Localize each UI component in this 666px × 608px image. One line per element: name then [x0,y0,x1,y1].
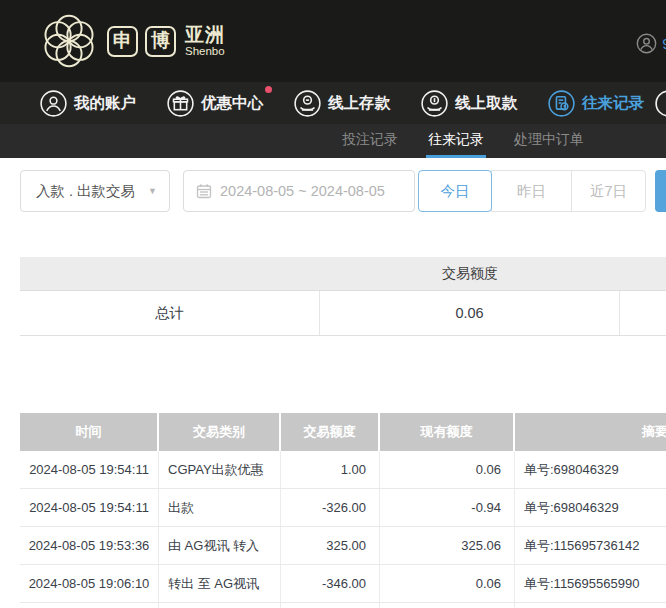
column-header-时间: 时间 [20,413,159,451]
nav-item-deposit[interactable]: 线上存款 [294,90,390,117]
quick-button-今日[interactable]: 今日 [418,170,492,212]
table-cell: 2024-08-05 19:53:36 [20,527,159,564]
brand-logo[interactable]: 申 博 亚洲 Shenbo [38,9,225,73]
sub-tab-bar: 投注记录往来记录处理中订单 [0,124,666,158]
summary-total-label: 总计 [20,291,320,335]
lotus-flower-icon [38,10,100,72]
table-header-row: 时间交易类别交易额度现有额度摘要 [20,413,666,451]
transactions-table: 时间交易类别交易额度现有额度摘要 2024-08-05 19:54:11CGPA… [20,413,666,608]
tab-投注记录[interactable]: 投注记录 [340,124,400,158]
deposit-icon [294,90,321,117]
calendar-icon [196,183,212,199]
table-cell: -326.00 [281,489,380,526]
nav-item-label: 线上取款 [455,93,517,114]
table-cell: -0.94 [380,489,515,526]
withdraw-icon [421,90,448,117]
nav-item-records[interactable]: 往来记录 [548,90,644,117]
nav-item-label: 我的账户 [74,93,136,114]
notification-badge-dot [265,86,272,93]
table-cell: 325.00 [281,527,380,564]
filter-row: 入款 . 出款交易 ▼ 2024-08-05 ~ 2024-08-05 今日昨日… [0,170,666,212]
table-cell: 单号:698046329 [515,451,666,488]
records-icon [548,90,575,117]
column-header-交易额度: 交易额度 [281,413,380,451]
nav-item-label: 优惠中心 [201,93,263,114]
quick-button-近7日[interactable]: 近7日 [571,170,646,212]
column-header-摘要: 摘要 [515,413,666,451]
summary-header-row: 交易额度 [20,257,666,291]
column-header-交易类别: 交易类别 [159,413,281,451]
table-cell: 转出 至 AG视讯 [159,565,281,602]
table-cell: 单号:115695565990 [515,565,666,602]
main-nav: 我的账户优惠中心线上存款线上取款往来记录 [0,82,666,124]
nav-item-gift[interactable]: 优惠中心 [167,90,263,117]
tab-往来记录[interactable]: 往来记录 [426,124,486,158]
app-root: 申 博 亚洲 Shenbo 9y 我的账户优惠中心线上存款线上取款往来记录 投注… [0,0,666,608]
table-cell: 2024-08-05 19:54:11 [20,489,159,526]
quick-date-buttons: 今日昨日近7日 [418,170,646,212]
transaction-type-select[interactable]: 入款 . 出款交易 ▼ [20,170,170,212]
table-cell: 325.06 [380,527,515,564]
nav-overflow-icon[interactable] [655,90,666,117]
table-cell: 0.06 [380,565,515,602]
table-row: 2024-08-05 19:54:11CGPAY出款优惠1.000.06单号:6… [20,451,666,489]
logo-char-shen: 申 [107,26,138,57]
search-button-clipped[interactable] [655,170,666,212]
column-header-现有额度: 现有额度 [380,413,515,451]
summary-header-label: 交易额度 [320,257,620,290]
nav-item-withdraw[interactable]: 线上取款 [421,90,517,117]
date-range-value: 2024-08-05 ~ 2024-08-05 [220,183,385,199]
table-row: 2024-08-05 19:06:10转出 至 AG视讯-346.000.06单… [20,565,666,603]
table-cell: 单号:115695736142 [515,527,666,564]
table-cell: 单号:698046329 [515,489,666,526]
summary-total-row: 总计 0.06 [20,291,666,336]
nav-item-user[interactable]: 我的账户 [40,90,136,117]
transaction-type-value: 入款 . 出款交易 [36,182,148,201]
gift-icon [167,90,194,117]
chevron-down-icon: ▼ [148,186,157,196]
summary-total-value: 0.06 [320,291,620,335]
date-range-input[interactable]: 2024-08-05 ~ 2024-08-05 [183,170,415,212]
summary-table: 交易额度 总计 0.06 [20,257,666,336]
logo-char-bo: 博 [145,26,176,57]
table-row: 2024-08-05 19:53:36由 AG视讯 转入325.00325.06… [20,527,666,565]
user-account-link[interactable]: 9y [636,33,666,54]
table-cell: 1.00 [281,451,380,488]
logo-wordmark: 亚洲 Shenbo [185,25,225,57]
table-cell: 0.06 [380,451,515,488]
user-icon [40,90,67,117]
avatar-icon [636,33,657,54]
nav-item-label: 往来记录 [582,93,644,114]
table-cell: CGPAY出款优惠 [159,451,281,488]
username-text: 9y [662,35,666,52]
top-header: 申 博 亚洲 Shenbo 9y [0,0,666,82]
table-cell: 由 AG视讯 转入 [159,527,281,564]
table-row: 2024-08-05 19:54:11出款-326.00-0.94单号:6980… [20,489,666,527]
table-cell: -346.00 [281,565,380,602]
table-cell: 2024-08-05 19:54:11 [20,451,159,488]
table-cell: 出款 [159,489,281,526]
tab-处理中订单[interactable]: 处理中订单 [512,124,586,158]
table-row-clipped [20,603,666,608]
table-cell: 2024-08-05 19:06:10 [20,565,159,602]
quick-button-昨日[interactable]: 昨日 [491,170,572,212]
nav-item-label: 线上存款 [328,93,390,114]
